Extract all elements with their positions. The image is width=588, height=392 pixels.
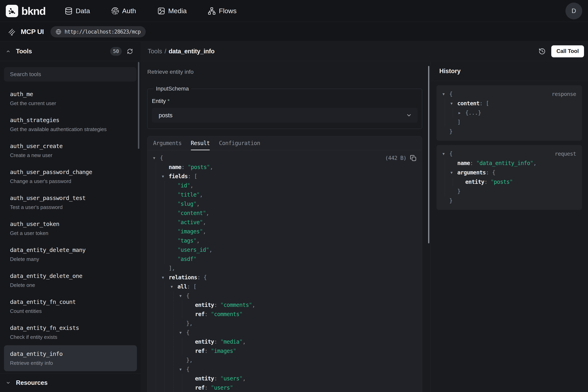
indent-guide — [153, 319, 162, 328]
indent-guide — [153, 218, 162, 227]
collapse-marker[interactable]: ▼ — [180, 291, 186, 300]
json-punct: , — [199, 190, 203, 200]
indent-guide — [162, 282, 171, 291]
call-tool-button[interactable]: Call Tool — [551, 45, 584, 57]
json-punct: , — [252, 300, 255, 310]
json-punct: ], — [169, 264, 175, 273]
sidebar-scrollbar[interactable] — [138, 62, 139, 149]
json-string-value: users — [223, 374, 239, 383]
collapse-marker — [171, 245, 178, 254]
tool-list-item[interactable]: data_entity_delete_many Delete many — [4, 241, 137, 267]
tool-description: Test a user's password — [10, 204, 131, 210]
indent-guide — [153, 273, 162, 282]
tools-count-badge: 50 — [110, 47, 122, 56]
tool-name: auth_strategies — [10, 116, 131, 124]
collapse-marker[interactable]: ▶ — [458, 108, 465, 118]
chevron-down-icon — [406, 112, 412, 118]
nav-item-media[interactable]: Media — [157, 7, 187, 15]
indent-guide — [171, 319, 180, 328]
indent-guide — [180, 346, 188, 356]
collapse-marker — [450, 186, 457, 196]
collapse-marker[interactable]: ▼ — [171, 282, 178, 291]
tool-list-item[interactable]: data_entity_fn_count Count entities — [4, 293, 137, 319]
json-colon: : — [188, 172, 194, 181]
tool-list-item[interactable]: auth_user_password_change Change a user'… — [4, 164, 137, 190]
indent-guide — [162, 328, 171, 337]
json-colon: : — [484, 177, 491, 186]
tool-list-item[interactable]: auth_user_password_test Test a user's pa… — [4, 190, 137, 216]
tab-result[interactable]: Result — [191, 136, 210, 150]
collapse-marker[interactable]: ▼ — [162, 172, 169, 181]
result-size-label: (442 B) — [385, 154, 406, 163]
tab-arguments[interactable]: Arguments — [153, 136, 182, 150]
collapse-marker[interactable]: ▼ — [442, 149, 449, 158]
tool-list-item[interactable]: auth_me Get the current user — [4, 86, 137, 112]
collapse-marker[interactable]: ▼ — [180, 365, 186, 374]
nav-label: Media — [168, 7, 187, 15]
indent-guide — [153, 365, 162, 374]
collapse-marker[interactable]: ▼ — [450, 99, 457, 108]
tool-list-item[interactable]: auth_user_create Create a new user — [4, 138, 137, 164]
json-line: } — [442, 127, 576, 136]
history-response-card[interactable]: response ▼{▼content: [▶{...}]} — [436, 85, 582, 141]
json-quote: " — [476, 158, 479, 168]
nav-item-flows[interactable]: Flows — [208, 7, 236, 15]
indent-guide — [442, 168, 450, 177]
server-url-pill[interactable]: http://localhost:28623/mcp — [50, 26, 146, 37]
indent-guide — [162, 218, 171, 227]
json-string-value: images — [214, 346, 233, 356]
tool-list-item[interactable]: data_entity_info Retrieve entity info — [4, 345, 137, 371]
indent-guide — [442, 108, 450, 118]
indent-guide — [162, 365, 171, 374]
tool-list-item[interactable]: auth_strategies Get the available authen… — [4, 112, 137, 138]
json-key: name — [169, 163, 181, 172]
json-quote: " — [510, 177, 513, 186]
tool-list-item[interactable]: data_entity_fn_exists Check if entity ex… — [4, 319, 137, 345]
json-line: "tags", — [153, 236, 416, 245]
tools-section-header[interactable]: Tools 50 — [0, 42, 141, 61]
tool-list-item[interactable]: auth_user_token Get a user token — [4, 216, 137, 241]
toggle-history-button[interactable] — [537, 46, 547, 56]
tool-name: data_entity_delete_one — [10, 272, 131, 280]
json-punct: }, — [186, 319, 193, 328]
history-request-card[interactable]: request ▼{name: "data_entity_info",▼argu… — [436, 145, 582, 210]
json-colon: : — [187, 282, 194, 291]
user-avatar[interactable]: D — [566, 2, 582, 20]
main-scrollbar[interactable] — [428, 66, 429, 243]
brand-logo[interactable]: bknd — [6, 5, 45, 17]
json-line: ▼{ — [153, 291, 416, 300]
indent-guide — [162, 346, 171, 356]
json-punct: {...} — [465, 108, 481, 118]
resources-section-header[interactable]: Resources — [0, 373, 141, 392]
entity-select[interactable]: posts — [152, 108, 417, 123]
collapse-marker[interactable]: ▼ — [162, 273, 169, 282]
json-string-value: users_id — [181, 245, 206, 254]
nav-item-data[interactable]: Data — [65, 7, 90, 15]
json-string-value: slug — [181, 200, 193, 208]
tab-configuration[interactable]: Configuration — [219, 136, 260, 150]
collapse-marker — [188, 346, 195, 356]
breadcrumb-root[interactable]: Tools — [148, 48, 162, 55]
json-string-value: content — [181, 208, 203, 218]
json-quote: " — [178, 208, 181, 218]
search-input[interactable] — [4, 67, 137, 82]
refresh-tools-button[interactable] — [127, 48, 133, 54]
tool-list-item[interactable]: data_entity_delete_one Delete one — [4, 267, 137, 293]
bknd-logo-icon — [6, 5, 18, 17]
collapse-marker[interactable]: ▼ — [180, 328, 186, 337]
collapse-marker[interactable]: ▼ — [442, 89, 449, 99]
collapse-marker[interactable]: ▼ — [153, 154, 160, 163]
json-line: ▼fields: [ — [153, 172, 416, 181]
json-quote: " — [178, 227, 181, 236]
json-punct: , — [206, 208, 209, 218]
result-json-viewer: (442 B) ▼{name: "posts",▼fields: ["id","… — [148, 150, 422, 392]
json-quote: " — [193, 236, 196, 245]
json-quote: " — [491, 177, 494, 186]
collapse-marker[interactable]: ▼ — [450, 168, 457, 177]
json-punct: , — [196, 236, 199, 245]
json-quote: " — [211, 346, 214, 356]
json-line: name: "posts", — [153, 163, 416, 172]
copy-json-button[interactable] — [410, 155, 416, 161]
nav-item-auth[interactable]: Auth — [111, 7, 136, 15]
indent-guide — [153, 200, 162, 208]
